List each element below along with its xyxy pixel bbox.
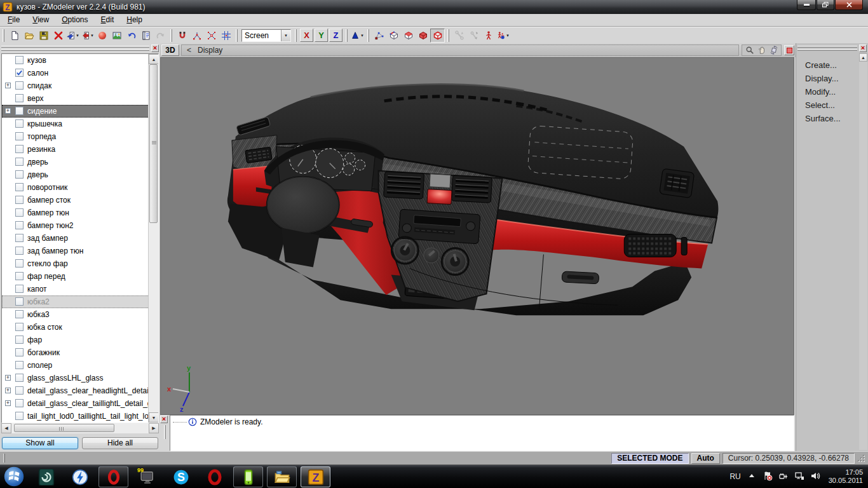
- visibility-checkbox[interactable]: [15, 56, 24, 64]
- tree-item[interactable]: торпеда: [2, 130, 158, 143]
- visibility-checkbox[interactable]: [15, 323, 24, 331]
- select-faces-button[interactable]: [401, 29, 416, 43]
- scroll-up-icon[interactable]: ▲: [149, 54, 159, 64]
- grid-snap-button[interactable]: [219, 29, 233, 43]
- log-view-button[interactable]: [139, 29, 153, 43]
- tree-item[interactable]: фар перед: [2, 270, 158, 283]
- visibility-checkbox[interactable]: [15, 158, 24, 166]
- taskbar-app-spiral[interactable]: [31, 466, 61, 487]
- scene-image-button[interactable]: [109, 29, 124, 43]
- save-file-button[interactable]: [36, 29, 51, 43]
- axis-x-button[interactable]: X: [300, 29, 313, 42]
- tree-item[interactable]: юбка сток: [2, 321, 158, 334]
- expand-icon[interactable]: +: [5, 388, 11, 393]
- taskbar-daemon-tools[interactable]: [65, 466, 95, 487]
- tree-vertical-scrollbar[interactable]: ▲ ▼: [148, 54, 158, 423]
- menu-item-options[interactable]: Options: [57, 14, 95, 26]
- axis-z-button[interactable]: Z: [329, 29, 342, 42]
- tray-expand-button[interactable]: [747, 471, 757, 483]
- normals-cone-button[interactable]: ▼: [350, 29, 365, 43]
- expand-icon[interactable]: +: [5, 83, 11, 88]
- tree-item[interactable]: крышечка: [2, 118, 158, 130]
- show-all-button[interactable]: Show all: [2, 437, 78, 449]
- tree-item[interactable]: +сидение: [2, 105, 158, 118]
- tree-item[interactable]: бампер сток: [2, 194, 158, 207]
- pan-view-button[interactable]: [756, 46, 768, 55]
- network-button[interactable]: [794, 471, 804, 483]
- visibility-checkbox[interactable]: [15, 94, 24, 102]
- open-file-button[interactable]: [22, 29, 36, 43]
- skin-weights-button[interactable]: ▼: [496, 29, 510, 43]
- tree-item[interactable]: +detail_glass_clear_taillightL_detail_gl: [2, 397, 158, 410]
- visibility-checkbox[interactable]: [15, 183, 24, 191]
- visibility-checkbox[interactable]: [15, 107, 24, 115]
- taskbar-phone-app[interactable]: [233, 466, 263, 487]
- minimize-button[interactable]: [797, 0, 816, 10]
- visibility-checkbox[interactable]: [15, 81, 24, 90]
- visibility-checkbox[interactable]: [15, 310, 24, 318]
- action-center-flag-button[interactable]: [763, 471, 773, 483]
- menu-item-help[interactable]: Help: [121, 14, 150, 26]
- import-arrow-button[interactable]: ▼: [65, 29, 80, 43]
- bone-add-button[interactable]: [466, 29, 481, 43]
- tree-item[interactable]: салон: [2, 67, 158, 79]
- scrollbar-thumb[interactable]: [149, 64, 158, 223]
- scroll-down-icon[interactable]: ▼: [149, 412, 159, 423]
- commands-panel-header[interactable]: ×: [796, 43, 868, 53]
- tree-item[interactable]: зад бампер тюн: [2, 245, 158, 257]
- view-mode-button[interactable]: 3D: [161, 44, 179, 56]
- tree-item[interactable]: резинка: [2, 143, 158, 156]
- expand-icon[interactable]: +: [5, 108, 11, 114]
- title-bar[interactable]: Z кузов - ZModeler ver 2.2.4 (Build 981): [0, 0, 868, 14]
- visibility-checkbox[interactable]: [15, 272, 24, 280]
- tree-item[interactable]: дверь: [2, 168, 158, 181]
- breadcrumb-back-icon[interactable]: <: [187, 46, 191, 55]
- scene-tree-header[interactable]: ×: [0, 43, 160, 53]
- close-button[interactable]: [835, 0, 863, 10]
- visibility-checkbox[interactable]: [15, 412, 24, 420]
- visibility-checkbox[interactable]: [15, 196, 24, 204]
- tree-item[interactable]: кузов: [2, 54, 158, 67]
- visibility-checkbox[interactable]: [15, 119, 24, 128]
- visibility-checkbox[interactable]: [15, 247, 24, 255]
- visibility-checkbox[interactable]: [15, 336, 24, 344]
- visibility-checkbox[interactable]: [15, 386, 24, 395]
- auto-mode-button[interactable]: Auto: [691, 453, 720, 464]
- menu-item-edit[interactable]: Edit: [96, 14, 122, 26]
- screen-space-combobox[interactable]: Screen▼: [241, 29, 291, 42]
- commands-scrollbar[interactable]: ▲: [859, 53, 867, 450]
- viewport-3d[interactable]: x y z: [160, 57, 794, 415]
- expand-icon[interactable]: +: [5, 375, 11, 381]
- hide-all-button[interactable]: Hide all: [82, 437, 158, 449]
- tree-item[interactable]: зад бампер: [2, 232, 158, 245]
- chevron-down-icon[interactable]: ▼: [90, 34, 94, 37]
- scroll-up-icon[interactable]: ▲: [859, 53, 867, 62]
- chevron-down-icon[interactable]: ▼: [76, 34, 79, 37]
- tree-item[interactable]: стекло фар: [2, 257, 158, 270]
- taskbar-zmodeler[interactable]: Z: [301, 466, 330, 487]
- language-indicator[interactable]: RU: [729, 472, 740, 481]
- taskbar-clock[interactable]: 17:05 30.05.2011: [829, 468, 863, 485]
- visibility-checkbox[interactable]: [15, 399, 24, 407]
- taskbar-remote-monitor[interactable]: 99: [132, 466, 162, 487]
- panel-close-icon[interactable]: ×: [151, 44, 159, 52]
- skin-person-button[interactable]: [481, 29, 496, 43]
- taskbar-opera[interactable]: [98, 466, 128, 487]
- bone-tool-button[interactable]: [452, 29, 466, 43]
- tree-item[interactable]: поворотник: [2, 181, 158, 194]
- magnet-button[interactable]: [175, 29, 189, 43]
- viewport-breadcrumb[interactable]: < Display: [181, 44, 739, 56]
- panel-grip[interactable]: [797, 44, 857, 52]
- tree-item[interactable]: юбка3: [2, 308, 158, 321]
- visibility-checkbox[interactable]: [15, 285, 24, 293]
- visibility-checkbox[interactable]: [15, 348, 24, 356]
- render-sphere-button[interactable]: [95, 29, 109, 43]
- visibility-checkbox[interactable]: [15, 221, 24, 229]
- restore-button[interactable]: [817, 0, 834, 10]
- redo-button[interactable]: [153, 29, 168, 43]
- tree-item[interactable]: бампер тюн: [2, 207, 158, 219]
- chevron-down-icon[interactable]: ▼: [281, 30, 290, 41]
- panel-close-icon[interactable]: ×: [859, 44, 867, 52]
- panel-grip[interactable]: [164, 425, 166, 439]
- visibility-checkbox[interactable]: [15, 208, 24, 217]
